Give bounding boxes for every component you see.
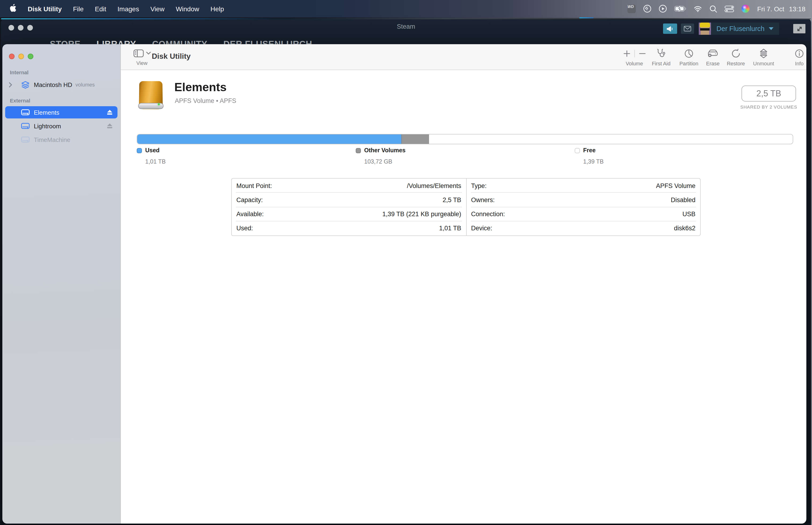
legend-value: 1,39 TB: [583, 159, 763, 165]
sidebar-item-timemachine[interactable]: TimeMachine: [5, 134, 118, 146]
spotlight-icon[interactable]: [710, 5, 717, 13]
avatar-sunglasses: [700, 28, 709, 31]
menu-bar: Disk Utility File Edit Images View Windo…: [0, 0, 812, 17]
unmount-label: Unmount: [749, 61, 779, 66]
usage-segment-free: [429, 134, 793, 144]
sidebar-toggle-icon: [133, 49, 143, 57]
volume-details-table: Mount Point: /Volumes/Elements Capacity:…: [231, 178, 701, 236]
details-left-column: Mount Point: /Volumes/Elements Capacity:…: [232, 179, 466, 236]
menubar-time: 13:18: [789, 5, 806, 13]
sidebar-item-macintosh-hd[interactable]: Macintosh HD volumes: [5, 78, 118, 91]
chevron-down-icon: [146, 51, 151, 55]
info-label: Info: [784, 61, 812, 66]
close-button[interactable]: [9, 54, 15, 59]
sidebar-item-label: Elements: [34, 109, 59, 116]
info-button[interactable]: Info: [784, 48, 812, 66]
eject-icon[interactable]: [107, 123, 113, 129]
table-row: Type: APFS Volume: [466, 179, 700, 193]
usage-segment-other: [401, 134, 429, 144]
sidebar-item-badge: volumes: [75, 82, 95, 87]
legend-value: 1,01 TB: [145, 159, 325, 165]
sidebar-item-elements[interactable]: Elements: [5, 106, 118, 118]
sidebar-section-internal: Internal: [10, 70, 28, 75]
detail-label: Owners:: [471, 196, 495, 204]
unmount-eject-icon: [760, 48, 768, 58]
view-button-label: View: [127, 60, 156, 66]
stethoscope-icon: [656, 48, 666, 58]
detail-label: Device:: [471, 225, 492, 232]
play-icon[interactable]: [659, 5, 667, 13]
remove-volume-button[interactable]: [639, 50, 645, 57]
volume-subtitle: APFS Volume • APFS: [175, 97, 236, 104]
steam-avatar[interactable]: [699, 22, 711, 35]
avatar-hat: [700, 22, 710, 27]
disk-utility-window: Internal Macintosh HD volumes External: [2, 44, 806, 524]
menubar-app-name[interactable]: Disk Utility: [28, 5, 62, 13]
first-aid-label: First Aid: [646, 61, 676, 66]
eject-icon[interactable]: [107, 109, 113, 115]
divider: [634, 49, 634, 57]
wd-drive-icon[interactable]: WD: [628, 4, 636, 13]
table-row: Owners: Disabled: [466, 193, 700, 207]
zoom-button[interactable]: [28, 54, 33, 59]
steam-account-menu[interactable]: Der Flusenlurch: [711, 22, 779, 35]
legend-swatch-used: [137, 148, 142, 153]
erase-disk-icon: [707, 49, 719, 58]
table-row: Device: disk6s2: [466, 221, 700, 236]
detail-value: 1,01 TB: [439, 225, 461, 232]
unmount-button[interactable]: Unmount: [749, 48, 779, 66]
bittorrent-icon[interactable]: [644, 5, 652, 13]
detail-value: 2,5 TB: [443, 196, 461, 204]
detail-value: APFS Volume: [656, 182, 695, 189]
external-drive-icon: [20, 123, 31, 129]
detail-value: /Volumes/Elements: [407, 182, 461, 189]
menu-help[interactable]: Help: [211, 5, 224, 13]
volume-button-label: Volume: [618, 61, 650, 66]
sidebar: Internal Macintosh HD volumes External: [2, 44, 121, 524]
legend-item-free: Free 1,39 TB: [575, 147, 763, 165]
capacity-badge: 2,5 TB: [741, 86, 796, 102]
restore-button[interactable]: Restore: [721, 48, 751, 66]
menu-window[interactable]: Window: [176, 5, 199, 13]
legend-swatch-other: [356, 148, 361, 153]
legend-swatch-free: [575, 148, 580, 153]
menu-edit[interactable]: Edit: [95, 5, 106, 13]
first-aid-button[interactable]: First Aid: [646, 48, 676, 66]
legend-label: Other Volumes: [364, 147, 405, 154]
menu-file[interactable]: File: [73, 5, 83, 13]
restore-arrow-icon: [731, 49, 740, 58]
table-row: Connection: USB: [466, 207, 700, 221]
desktop: Disk Utility File Edit Images View Windo…: [0, 0, 812, 525]
table-row: Capacity: 2,5 TB: [232, 193, 466, 207]
battery-charging-icon[interactable]: [675, 6, 686, 12]
sidebar-item-lightroom[interactable]: Lightroom: [5, 120, 118, 132]
pie-chart-icon: [684, 49, 693, 58]
wifi-icon[interactable]: [694, 5, 702, 12]
detail-label: Connection:: [471, 211, 505, 217]
drive-led: [158, 103, 160, 105]
menu-images[interactable]: Images: [118, 5, 139, 13]
steam-messages-button[interactable]: [681, 24, 694, 34]
apple-menu-icon[interactable]: [10, 4, 16, 14]
legend-label: Used: [145, 147, 159, 154]
control-center-icon[interactable]: [725, 5, 734, 12]
usage-segment-used: [137, 134, 401, 144]
menubar-clock[interactable]: Fri 7. Oct 13:18: [757, 5, 806, 13]
details-right-column: Type: APFS Volume Owners: Disabled Conne…: [466, 179, 700, 236]
main-content: Elements APFS Volume • APFS 2,5 TB SHARE…: [121, 70, 806, 524]
detail-label: Mount Point:: [236, 182, 272, 189]
minimize-button[interactable]: [18, 54, 24, 59]
steam-expand-button[interactable]: [793, 24, 806, 33]
add-volume-button[interactable]: [623, 50, 630, 57]
steam-announcements-button[interactable]: [663, 24, 677, 34]
detail-label: Type:: [471, 182, 487, 189]
drive-base: [138, 103, 164, 109]
menubar-date: Fri 7. Oct: [757, 5, 784, 13]
menu-view[interactable]: View: [150, 5, 165, 13]
toolbar: View Disk Utility Volume: [121, 44, 806, 70]
disclosure-chevron-icon[interactable]: [7, 82, 14, 87]
external-drive-artwork-icon: [137, 81, 165, 110]
steam-username: Der Flusenlurch: [716, 25, 765, 32]
sidebar-item-label: TimeMachine: [34, 136, 70, 143]
siri-icon[interactable]: [742, 5, 750, 13]
